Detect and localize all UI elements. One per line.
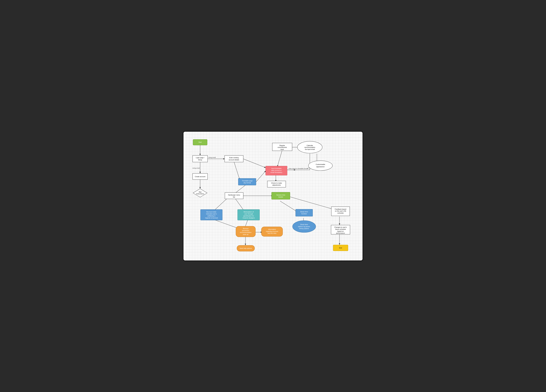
svg-text:prevention: prevention — [242, 230, 249, 231]
customisable-label: Customisable — [316, 163, 325, 165]
svg-text:options eg pause,: options eg pause, — [298, 226, 310, 227]
svg-text:day format: day format — [244, 182, 251, 184]
flowchart-svg: Using email Using email — [183, 132, 363, 260]
svg-text:funciton: funciton — [301, 213, 307, 215]
svg-text:performance: performance — [336, 232, 345, 234]
svg-text:tracker: tracker — [279, 196, 283, 198]
svg-text:on the user's life: on the user's life — [335, 210, 346, 212]
session-tracker-node — [272, 192, 290, 199]
svg-line-20 — [286, 196, 337, 210]
svg-text:wellbeing in: wellbeing in — [207, 215, 215, 217]
svg-text:Seek help options: Seek help options — [240, 247, 252, 249]
changes-schedule-label: Changes to user's — [334, 226, 347, 228]
svg-text:instructions: instructions — [196, 193, 204, 195]
timetable-page-label: Timetable page — [242, 180, 253, 182]
svg-text:rewards (badges): rewards (badges) — [243, 217, 255, 218]
svg-text:recommendation: recommendation — [240, 231, 252, 233]
svg-text:Using email: Using email — [208, 156, 216, 158]
screen: Using email Using email — [183, 131, 363, 261]
svg-text:via input email: via input email — [305, 148, 315, 150]
end-label: End — [339, 247, 342, 249]
login-node — [193, 155, 208, 162]
svg-text:appearance: appearance — [316, 166, 325, 167]
svg-text:Using email: Using email — [192, 167, 200, 169]
svg-text:Burnout: Burnout — [243, 227, 248, 229]
regular-commitments-label: Regular — [280, 144, 285, 146]
svg-text:Burnout meter: Burnout meter — [207, 211, 216, 213]
svg-text:account details: account details — [229, 159, 239, 161]
svg-text:commitments: commitments — [278, 147, 287, 148]
enter-existing-node — [225, 155, 243, 162]
svg-line-7 — [234, 162, 240, 180]
study-timer-fn-label: Study timer — [300, 211, 308, 212]
svg-text:bar: bar — [233, 196, 235, 198]
app-instructions-label: App — [199, 191, 202, 193]
calendar-sync-label: Calendar — [307, 144, 313, 146]
svg-text:synchronisation: synchronisation — [305, 147, 315, 148]
svg-text:and the risks: and the risks — [267, 232, 276, 234]
svg-text:pops up: pops up — [243, 233, 248, 235]
data-output-label: Data output in timetable format — [289, 167, 308, 169]
choice-adjustments-label: Choice to make — [271, 182, 282, 184]
svg-line-14 — [277, 150, 282, 167]
svg-text:email timetables): email timetables) — [271, 172, 282, 173]
svg-text:schedule: schedule — [338, 212, 344, 214]
svg-text:based on: based on — [337, 230, 344, 232]
svg-text:adjustments: adjustments — [272, 184, 281, 186]
svg-text:gamification  for: gamification for — [243, 215, 254, 217]
session-tracker-label: Session time — [276, 194, 285, 196]
login-label: Login page / — [196, 157, 205, 159]
svg-text:future schedule: future schedule — [335, 228, 346, 230]
svg-text:Motivatation of: Motivatation of — [244, 211, 254, 213]
svg-text:indicated user's: indicated user's — [206, 213, 217, 215]
svg-text:user through: user through — [244, 213, 253, 215]
svg-text:Information: Information — [268, 228, 276, 230]
enter-existing-label: Enter existing — [229, 157, 239, 159]
start-label: Start — [198, 141, 202, 143]
create-account-label: Create account — [195, 176, 205, 177]
svg-line-10 — [256, 171, 266, 182]
svg-text:data (school or: data (school or — [271, 170, 282, 171]
svg-line-19 — [280, 201, 297, 212]
feedback-label: Feedback based — [335, 208, 346, 210]
svg-text:Setup: Setup — [198, 159, 202, 161]
svg-text:regards to burnout: regards to burnout — [205, 217, 218, 218]
svg-text:timing options: timing options — [299, 227, 309, 229]
hamburger-menu-label: Hamburger menu — [228, 194, 240, 196]
svg-text:input: input — [280, 148, 284, 150]
diagram-area: Using email Using email — [183, 132, 363, 260]
svg-line-8 — [243, 159, 266, 168]
study-timer-options-label: Study timer — [300, 224, 308, 225]
input-timetable-label: Input timetable — [271, 167, 281, 169]
svg-text:regarding burnout: regarding burnout — [266, 230, 278, 232]
